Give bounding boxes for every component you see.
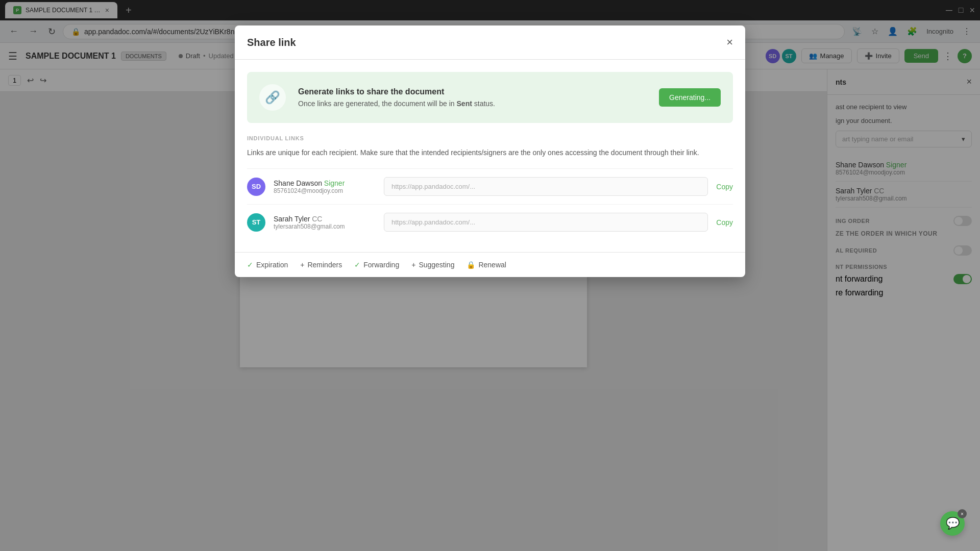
- chat-bubble[interactable]: × 💬: [940, 511, 965, 536]
- footer-tab-expiration[interactable]: ✓ Expiration: [247, 261, 288, 269]
- footer-tab-reminders[interactable]: + Reminders: [300, 261, 342, 269]
- individual-links-label: INDIVIDUAL LINKS: [247, 135, 733, 141]
- cc-label-sarah: CC: [312, 215, 322, 223]
- link-row-shane: SD Shane Dawson Signer 85761024@moodjoy.…: [247, 168, 733, 204]
- link-person-shane: Shane Dawson Signer 85761024@moodjoy.com: [274, 179, 376, 194]
- suggesting-plus-icon: +: [411, 261, 415, 269]
- individual-links-desc: Links are unique for each recipient. Mak…: [247, 147, 733, 158]
- renewal-lock-icon: 🔒: [467, 261, 475, 269]
- link-icon-bg: 🔗: [259, 84, 286, 111]
- generating-button[interactable]: Generating...: [659, 88, 721, 107]
- link-icon: 🔗: [265, 90, 280, 105]
- chat-close-button[interactable]: ×: [958, 509, 967, 518]
- share-link-modal: Share link × 🔗 Generate links to share t…: [235, 26, 745, 277]
- modal-body: 🔗 Generate links to share the document O…: [235, 60, 745, 252]
- chat-icon: 💬: [946, 517, 960, 530]
- generate-desc: Once links are generated, the document w…: [298, 99, 647, 108]
- signer-label-shane: Signer: [324, 179, 345, 187]
- link-url-sarah: https://app.pandadoc.com/...: [384, 213, 708, 232]
- link-person-email-shane: 85761024@moodjoy.com: [274, 187, 376, 194]
- modal-header: Share link ×: [235, 26, 745, 60]
- footer-tab-forwarding[interactable]: ✓ Forwarding: [354, 261, 399, 269]
- avatar-shane: SD: [247, 178, 265, 196]
- link-url-shane: https://app.pandadoc.com/...: [384, 177, 708, 196]
- copy-button-shane[interactable]: Copy: [716, 183, 733, 191]
- link-person-name-sarah: Sarah Tyler CC: [274, 215, 376, 223]
- generate-title: Generate links to share the document: [298, 87, 647, 96]
- reminders-plus-icon: +: [300, 261, 304, 269]
- forwarding-check-icon: ✓: [354, 261, 360, 269]
- generate-section: 🔗 Generate links to share the document O…: [247, 72, 733, 123]
- modal-overlay: Share link × 🔗 Generate links to share t…: [0, 0, 980, 551]
- link-person-sarah: Sarah Tyler CC tylersarah508@gmail.com: [274, 215, 376, 230]
- generate-info: Generate links to share the document Onc…: [298, 87, 647, 108]
- expiration-check-icon: ✓: [247, 261, 253, 269]
- link-person-name-shane: Shane Dawson Signer: [274, 179, 376, 187]
- modal-title: Share link: [247, 37, 296, 48]
- footer-tab-renewal[interactable]: 🔒 Renewal: [467, 261, 506, 269]
- modal-close-button[interactable]: ×: [726, 36, 733, 49]
- footer-tab-suggesting[interactable]: + Suggesting: [411, 261, 454, 269]
- copy-button-sarah[interactable]: Copy: [716, 218, 733, 227]
- link-row-sarah: ST Sarah Tyler CC tylersarah508@gmail.co…: [247, 204, 733, 240]
- link-person-email-sarah: tylersarah508@gmail.com: [274, 223, 376, 230]
- modal-footer: ✓ Expiration + Reminders ✓ Forwarding + …: [235, 252, 745, 277]
- avatar-sarah: ST: [247, 213, 265, 232]
